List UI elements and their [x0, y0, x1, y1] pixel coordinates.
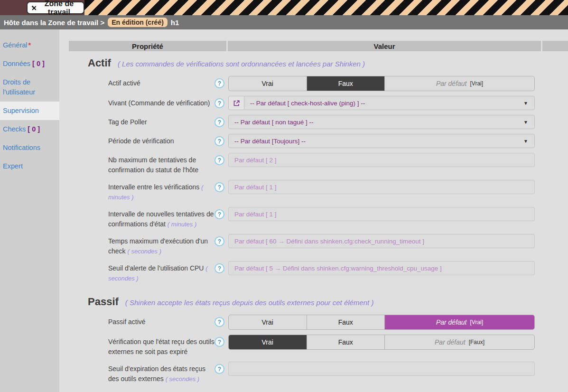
row-unit-hint: ( secondes ) — [166, 375, 200, 383]
row-help-cell: ? — [214, 180, 228, 192]
topbar-brand-area: Zone de travail — [0, 0, 84, 15]
row-label: Tag de Poller — [108, 115, 214, 127]
row-label-text: Période de vérification — [108, 137, 174, 145]
row-label: Temps maximum d'exécution d'un check ( s… — [108, 234, 214, 256]
row-control-cell — [228, 234, 535, 248]
row-control-cell — [228, 153, 535, 167]
main-layout: Général*Données[ 0 ]Droits de l'utilisat… — [0, 29, 568, 392]
help-icon[interactable]: ? — [214, 364, 224, 374]
item-count-badge: [ 0 ] — [28, 125, 40, 133]
row-label-text: Vérification que l'état reçu des outils … — [108, 338, 214, 355]
form-row-passif-active: Passif activé?VraiFauxPar défaut[Vrai] — [108, 315, 568, 330]
help-icon[interactable]: ? — [214, 263, 224, 273]
toggle-option-vrai[interactable]: Vrai — [229, 335, 307, 349]
section-header: Passif( Shinken accepte les états reçus … — [88, 296, 568, 308]
select-vivant-commande-de-verification[interactable]: -- Par défaut [ check-host-alive (ping) … — [228, 96, 535, 110]
help-icon[interactable]: ? — [214, 337, 224, 347]
row-label: Seuil d'alerte de l'utilisation CPU ( se… — [108, 261, 214, 283]
toggle-option-faux[interactable]: Faux — [307, 335, 385, 349]
external-link-icon — [233, 100, 240, 107]
sidebar-item-checks[interactable]: Checks[ 0 ] — [0, 120, 59, 139]
row-label: Intervalle de nouvelles tentatives de co… — [108, 207, 214, 229]
select-periode-de-verification[interactable]: -- Par défaut [Toujours] --▼ — [228, 134, 535, 148]
input-seuil-d-expiration-des-etats-recus-des-out[interactable] — [228, 362, 535, 376]
sidebar-item-donnees[interactable]: Données[ 0 ] — [0, 55, 59, 73]
section-title: Actif — [88, 57, 111, 69]
form-row-periode-de-verification: Période de vérification?-- Par défaut [T… — [108, 134, 568, 148]
input-nb-maximum-de-tentatives-de-confirmation-d[interactable] — [228, 153, 535, 167]
breadcrumb-item-name: h1 — [171, 19, 179, 27]
help-icon[interactable]: ? — [214, 317, 224, 327]
toggle-option-label: Faux — [338, 338, 353, 346]
select-tag-de-poller[interactable]: -- Par défaut [ non tagué ] --▼ — [228, 115, 535, 129]
toggle-option-faux[interactable]: Faux — [307, 315, 385, 329]
help-icon[interactable]: ? — [214, 209, 224, 219]
form-row-tag-de-poller: Tag de Poller?-- Par défaut [ non tagué … — [108, 115, 568, 129]
breadcrumb-path[interactable]: Hôte dans la Zone de travail > — [4, 19, 104, 27]
tools-icon — [31, 4, 37, 12]
toggle-option-vrai[interactable]: Vrai — [229, 315, 307, 329]
toggle-option-par-defaut[interactable]: Par défaut[Vrai] — [384, 76, 534, 91]
input-intervalle-entre-les-verifications[interactable] — [228, 180, 535, 194]
dropdown-arrow-icon: ▼ — [523, 120, 528, 125]
toggle-option-label: Par défaut — [435, 338, 466, 346]
help-icon[interactable]: ? — [214, 236, 224, 246]
form-row-intervalle-entre-les-verifications: Intervalle entre les vérifications ( min… — [108, 180, 568, 202]
form-row-nb-maximum-de-tentatives-de-confirmation-d: Nb maximum de tentatives de confirmation… — [108, 153, 568, 175]
required-marker: * — [28, 41, 31, 49]
form-row-vivant-commande-de-verification: Vivant (Commande de vérification)?-- Par… — [108, 96, 568, 110]
help-icon[interactable]: ? — [214, 182, 224, 192]
row-help-cell: ? — [214, 76, 228, 88]
sidebar-item-label: Données — [3, 60, 30, 67]
sidebar-item-droits-de-l-utilisateur[interactable]: Droits de l'utilisateur — [0, 73, 59, 102]
help-icon[interactable]: ? — [214, 78, 224, 88]
toggle-group: VraiFauxPar défaut[Vrai] — [228, 315, 535, 330]
column-header-spacer — [542, 41, 568, 51]
row-label-text: Vivant (Commande de vérification) — [108, 99, 210, 107]
help-icon[interactable]: ? — [214, 155, 224, 165]
row-label: Seuil d'expiration des états reçus des o… — [108, 362, 214, 384]
content-area: Propriété Valeur Actif( Les commandes de… — [59, 29, 568, 392]
row-unit-hint: ( secondes ) — [127, 248, 161, 255]
toggle-option-label: Par défaut — [436, 80, 467, 87]
row-control-cell — [228, 362, 535, 376]
row-control-cell — [228, 207, 535, 221]
row-help-cell: ? — [214, 362, 228, 374]
row-label: Intervalle entre les vérifications ( min… — [108, 180, 214, 202]
column-header-property: Propriété — [69, 41, 226, 51]
item-count-badge: [ 0 ] — [32, 60, 45, 67]
toggle-option-default-value: [Vrai] — [470, 80, 484, 87]
toggle-option-faux[interactable]: Faux — [307, 76, 385, 91]
toggle-option-par-defaut[interactable]: Par défaut[Faux] — [384, 335, 534, 349]
help-icon[interactable]: ? — [214, 136, 224, 146]
row-label-text: Seuil d'alerte de l'utilisation CPU — [108, 264, 204, 272]
sidebar-item-general[interactable]: Général* — [0, 36, 59, 55]
sidebar-item-supervision[interactable]: Supervision — [0, 102, 59, 120]
sidebar-item-expert[interactable]: Expert — [0, 157, 59, 176]
workspace-button[interactable]: Zone de travail — [27, 1, 84, 14]
section-passif: Passif( Shinken accepte les états reçus … — [69, 296, 568, 384]
sidebar-item-label: Général — [3, 41, 28, 49]
help-icon[interactable]: ? — [214, 117, 224, 127]
help-icon[interactable]: ? — [214, 98, 224, 108]
sidebar-item-label: Expert — [3, 162, 23, 170]
row-label: Passif activé — [108, 315, 214, 327]
toggle-option-vrai[interactable]: Vrai — [229, 76, 307, 91]
toggle-option-label: Par défaut — [436, 318, 467, 326]
toggle-option-par-defaut[interactable]: Par défaut[Vrai] — [384, 315, 534, 329]
status-badge: En édition (créé) — [108, 18, 168, 27]
select-value: -- Par défaut [ non tagué ] -- — [229, 119, 314, 126]
row-help-cell: ? — [214, 315, 228, 327]
form-row-actif-active: Actif activé?VraiFauxPar défaut[Vrai] — [108, 76, 568, 91]
row-help-cell: ? — [214, 115, 228, 127]
row-help-cell: ? — [214, 335, 228, 347]
input-temps-maximum-d-execution-d-un-check[interactable] — [228, 234, 535, 248]
row-control-cell: -- Par défaut [ check-host-alive (ping) … — [228, 96, 535, 110]
toggle-option-label: Vrai — [262, 318, 273, 326]
external-link-button[interactable] — [229, 96, 244, 110]
input-intervalle-de-nouvelles-tentatives-de-conf[interactable] — [228, 207, 535, 221]
form-row-intervalle-de-nouvelles-tentatives-de-conf: Intervalle de nouvelles tentatives de co… — [108, 207, 568, 229]
row-label-text: Intervalle entre les vérifications — [108, 183, 199, 191]
sidebar-item-notifications[interactable]: Notifications — [0, 139, 59, 157]
input-seuil-d-alerte-de-l-utilisation-cpu[interactable] — [228, 261, 535, 275]
